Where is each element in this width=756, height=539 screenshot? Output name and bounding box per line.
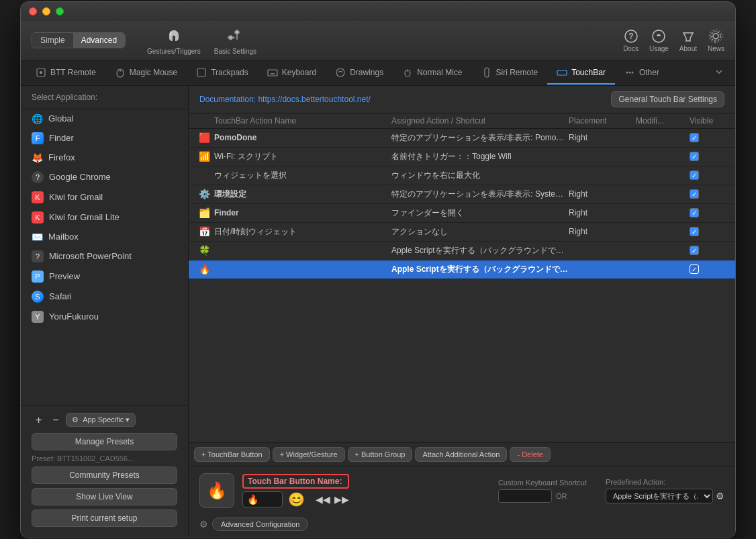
table-row[interactable]: 🔥 Apple Scriptを実行する（バックグラウンドで非同期） ✓ bbox=[189, 260, 735, 279]
show-live-view-button[interactable]: Show Live View bbox=[32, 488, 177, 505]
touch-controls: ◀◀ ▶▶ bbox=[316, 494, 349, 505]
toolbar-icons: Gestures/Triggers Basic Settings bbox=[147, 26, 256, 55]
remove-app-button[interactable]: − bbox=[48, 413, 62, 428]
svg-point-6 bbox=[711, 32, 720, 41]
about-label: About bbox=[679, 45, 697, 52]
touch-preview: 🔥 bbox=[199, 473, 234, 508]
play-button[interactable]: ▶▶ bbox=[334, 494, 349, 505]
manage-presets-button[interactable]: Manage Presets bbox=[32, 433, 177, 450]
table-row[interactable]: 📅 日付/時刻ウィジェット アクションなし Right ✓ bbox=[189, 223, 735, 242]
keyboard-input[interactable] bbox=[498, 489, 552, 503]
row-visible: ✓ bbox=[690, 152, 730, 161]
about-item[interactable]: About bbox=[679, 29, 697, 52]
col-action: Assigned Action / Shortcut bbox=[391, 116, 569, 126]
svg-rect-13 bbox=[268, 70, 277, 76]
row-name: Wi-Fi: スクリプト bbox=[214, 151, 391, 162]
delete-button[interactable]: - Delete bbox=[510, 447, 551, 462]
row-icon: 🗂️ bbox=[194, 207, 214, 218]
preset-info: Preset: BTT151002_CAD556... bbox=[32, 454, 177, 462]
adv-config-button[interactable]: Advanced Configuration bbox=[212, 518, 308, 531]
tab-other[interactable]: Other bbox=[615, 62, 669, 85]
touch-name-section: Touch Bar Button Name: 😊 ◀◀ ▶▶ bbox=[242, 474, 349, 507]
prev-button[interactable]: ◀◀ bbox=[316, 494, 330, 505]
tab-btt-remote[interactable]: BTT Remote bbox=[26, 62, 105, 85]
svg-point-18 bbox=[336, 68, 344, 77]
usage-item[interactable]: Usage bbox=[649, 29, 669, 52]
table-header: TouchBar Action Name Assigned Action / S… bbox=[189, 113, 735, 129]
tab-touchbar[interactable]: TouchBar bbox=[547, 62, 615, 85]
or-label: OR bbox=[556, 492, 567, 500]
add-widget-button[interactable]: + Widget/Gesture bbox=[273, 447, 345, 462]
sidebar-item-yorufukurou[interactable]: Y YoruFukurou bbox=[21, 307, 188, 327]
sidebar-item-kiwi-gmail-lite[interactable]: K Kiwi for Gmail Lite bbox=[21, 207, 188, 228]
doc-link[interactable]: Documentation: https://docs.bettertoucht… bbox=[199, 95, 606, 104]
community-presets-button[interactable]: Community Presets bbox=[32, 467, 177, 484]
sidebar-item-finder[interactable]: F Finder bbox=[21, 128, 188, 148]
add-button-group-button[interactable]: + Button Group bbox=[348, 447, 413, 462]
sidebar-item-ms-powerpoint[interactable]: ? Microsoft PowerPoint bbox=[21, 246, 188, 266]
keyboard-shortcut-section: Custom Keyboard Shortcut OR bbox=[498, 479, 587, 503]
attach-action-button[interactable]: Attach Additional Action bbox=[415, 447, 507, 462]
col-modifier: Modifi... bbox=[636, 116, 690, 126]
tab-normal-mice[interactable]: Normal Mice bbox=[393, 62, 471, 85]
table-row[interactable]: 📶 Wi-Fi: スクリプト 名前付きトリガー：：Toggle Wifi ✓ bbox=[189, 148, 735, 166]
app-specific-button[interactable]: ⚙ App Specific ▾ bbox=[66, 413, 136, 427]
add-touchbar-button[interactable]: + TouchBar Button bbox=[194, 447, 270, 462]
row-visible: ✓ bbox=[690, 227, 730, 236]
row-visible: ✓ bbox=[690, 189, 730, 199]
svg-rect-21 bbox=[485, 68, 489, 77]
row-icon: 🔥 bbox=[194, 264, 214, 275]
sidebar-item-global[interactable]: 🌐 Global bbox=[21, 109, 188, 128]
sidebar-item-safari[interactable]: S Safari bbox=[21, 287, 188, 307]
predefined-gear-button[interactable]: ⚙ bbox=[716, 491, 724, 501]
table-row[interactable]: ウィジェットを選択 ウィンドウを右に最大化 ✓ bbox=[189, 166, 735, 185]
row-name: 日付/時刻ウィジェット bbox=[214, 226, 391, 238]
nav-more-button[interactable] bbox=[708, 61, 730, 85]
docs-item[interactable]: ? Docs bbox=[623, 29, 639, 52]
svg-point-25 bbox=[631, 71, 633, 73]
row-placement: Right bbox=[569, 189, 636, 199]
predefined-select[interactable]: Apple Scriptを実行する（/ bbox=[606, 489, 713, 503]
row-name: ウィジェットを選択 bbox=[214, 170, 391, 181]
gestures-icon-group[interactable]: Gestures/Triggers bbox=[147, 26, 201, 55]
tab-keyboard[interactable]: Keyboard bbox=[258, 62, 326, 85]
maximize-button[interactable] bbox=[56, 7, 64, 15]
touch-bar-name-input[interactable] bbox=[242, 491, 283, 507]
touch-emoji: 😊 bbox=[288, 491, 305, 507]
general-settings-button[interactable]: General Touch Bar Settings bbox=[611, 91, 724, 107]
news-item[interactable]: News bbox=[708, 29, 724, 52]
sidebar-item-kiwi-gmail[interactable]: K Kiwi for Gmail bbox=[21, 187, 188, 207]
basic-settings-icon-group[interactable]: Basic Settings bbox=[214, 26, 256, 55]
col-visible: Visible bbox=[690, 116, 730, 126]
add-app-button[interactable]: + bbox=[32, 413, 46, 428]
table-row[interactable]: 🗂️ Finder ファインダーを開く Right ✓ bbox=[189, 204, 735, 223]
action-buttons: + TouchBar Button + Widget/Gesture + But… bbox=[189, 443, 735, 467]
tab-magic-mouse[interactable]: Magic Mouse bbox=[105, 62, 187, 85]
sidebar-item-mailbox[interactable]: ✉️ Mailbox bbox=[21, 228, 188, 246]
tab-siri-remote[interactable]: Siri Remote bbox=[472, 62, 548, 85]
keyboard-input-row: OR bbox=[498, 489, 567, 503]
titlebar bbox=[21, 2, 735, 21]
usage-label: Usage bbox=[649, 45, 669, 52]
table-row[interactable]: 🍀 Apple Scriptを実行する（バックグラウンドで非同期） ✓ bbox=[189, 242, 735, 260]
advanced-toggle[interactable]: Advanced bbox=[73, 33, 125, 48]
tab-drawings[interactable]: Drawings bbox=[326, 62, 393, 85]
table-row[interactable]: 🟥 PomoDone 特定のアプリケーションを表示/非表示: PomoDoneA… bbox=[189, 129, 735, 148]
sidebar-item-preview[interactable]: P Preview bbox=[21, 266, 188, 287]
tab-trackpads[interactable]: Trackpads bbox=[187, 62, 258, 85]
col-icon bbox=[194, 116, 214, 126]
table-row[interactable]: ⚙️ 環境設定 特定のアプリケーションを表示/非表示: System Prefe… bbox=[189, 185, 735, 204]
predefined-row: Apple Scriptを実行する（/ ⚙ bbox=[606, 489, 724, 503]
minimize-button[interactable] bbox=[42, 7, 50, 15]
svg-point-1 bbox=[230, 36, 232, 39]
sidebar-item-chrome[interactable]: ? Google Chrome bbox=[21, 167, 188, 187]
print-current-setup-button[interactable]: Print current setup bbox=[32, 509, 177, 527]
close-button[interactable] bbox=[29, 7, 37, 15]
sidebar-item-firefox[interactable]: 🦊 Firefox bbox=[21, 148, 188, 167]
simple-toggle[interactable]: Simple bbox=[32, 33, 73, 48]
basic-settings-label: Basic Settings bbox=[214, 48, 256, 55]
row-action: ファインダーを開く bbox=[391, 207, 569, 219]
touch-editor: 🔥 Touch Bar Button Name: 😊 ◀◀ ▶▶ bbox=[189, 467, 735, 515]
table-body: 🟥 PomoDone 特定のアプリケーションを表示/非表示: PomoDoneA… bbox=[189, 129, 735, 442]
row-name: Finder bbox=[214, 208, 391, 217]
